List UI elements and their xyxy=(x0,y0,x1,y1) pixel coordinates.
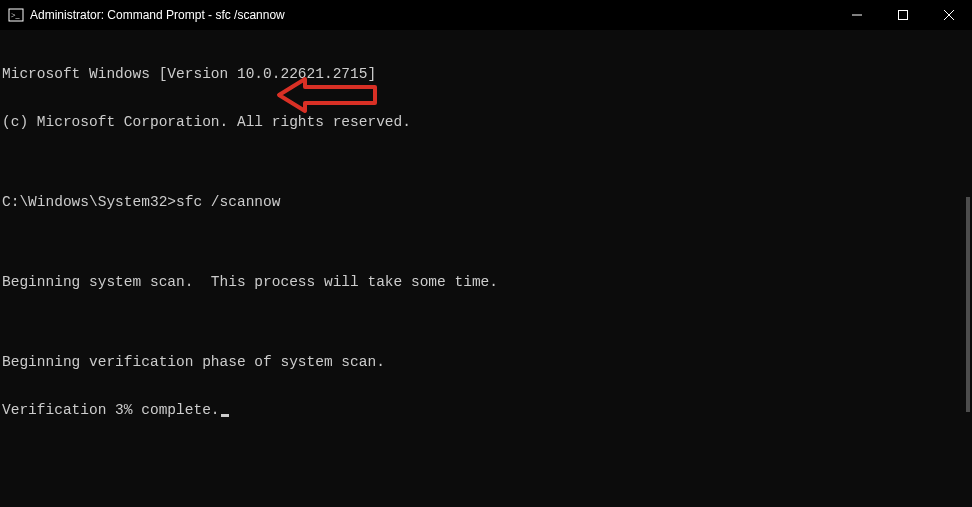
output-line: Microsoft Windows [Version 10.0.22621.27… xyxy=(2,66,972,82)
window-controls xyxy=(834,0,972,30)
output-line: Beginning verification phase of system s… xyxy=(2,354,972,370)
output-line: (c) Microsoft Corporation. All rights re… xyxy=(2,114,972,130)
close-button[interactable] xyxy=(926,0,972,30)
svg-text:>_: >_ xyxy=(11,11,21,20)
vertical-scrollbar[interactable] xyxy=(966,30,970,507)
progress-text: Verification 3% complete. xyxy=(2,402,220,418)
cmd-app-icon: >_ xyxy=(8,7,24,23)
maximize-button[interactable] xyxy=(880,0,926,30)
entered-command: sfc /scannow xyxy=(176,194,280,210)
output-line: Beginning system scan. This process will… xyxy=(2,274,972,290)
window-titlebar: >_ Administrator: Command Prompt - sfc /… xyxy=(0,0,972,30)
window-title: Administrator: Command Prompt - sfc /sca… xyxy=(30,8,285,22)
command-line: C:\Windows\System32>sfc /scannow xyxy=(2,194,972,210)
svg-rect-3 xyxy=(899,11,908,20)
minimize-button[interactable] xyxy=(834,0,880,30)
text-cursor xyxy=(221,414,229,417)
output-line: Verification 3% complete. xyxy=(2,402,972,418)
terminal-output[interactable]: Microsoft Windows [Version 10.0.22621.27… xyxy=(0,30,972,466)
scrollbar-thumb[interactable] xyxy=(966,197,970,412)
prompt-path: C:\Windows\System32> xyxy=(2,194,176,210)
